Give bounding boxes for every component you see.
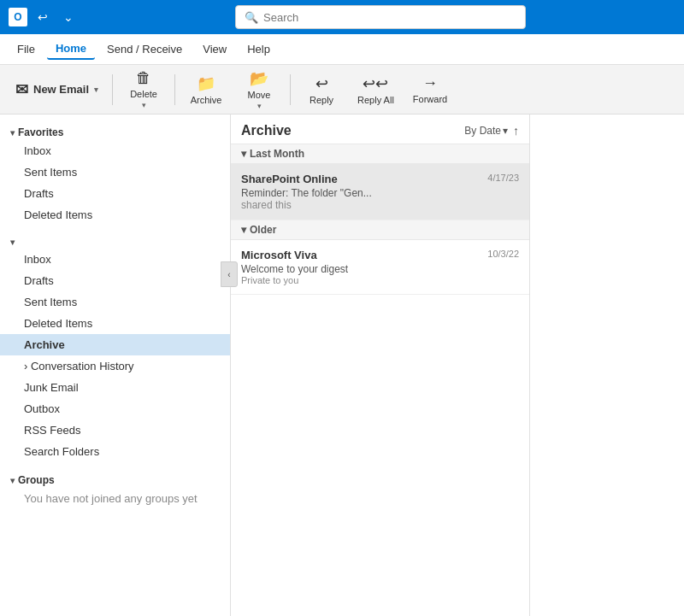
email-item-viva-header: Microsoft Viva 10/3/22 bbox=[241, 249, 519, 261]
top-bar-left: O ↩ ⌄ bbox=[9, 7, 79, 27]
email-item-header: SharePoint Online 4/17/23 bbox=[241, 173, 519, 185]
menu-bar: File Home Send / Receive View Help bbox=[0, 34, 684, 65]
separator-1 bbox=[112, 74, 113, 105]
sidebar-item-drafts-fav[interactable]: Drafts bbox=[0, 183, 230, 204]
sidebar-item-deleted[interactable]: Deleted Items bbox=[0, 313, 230, 334]
separator-3 bbox=[290, 74, 291, 105]
sidebar-item-sent-fav[interactable]: Sent Items bbox=[0, 161, 230, 183]
sidebar-item-junk[interactable]: Junk Email bbox=[0, 377, 230, 398]
groups-section[interactable]: ▾ Groups bbox=[0, 469, 230, 488]
sidebar-item-outbox[interactable]: Outbox bbox=[0, 398, 230, 419]
email-viva-private: Private to you bbox=[241, 275, 519, 285]
section-last-month[interactable]: ▾ Last Month bbox=[231, 144, 529, 164]
undo-button[interactable]: ↩ bbox=[32, 7, 53, 27]
move-dropdown-icon[interactable]: ▾ bbox=[257, 102, 262, 110]
sidebar-collapse-button[interactable]: ‹ bbox=[221, 261, 238, 287]
account-collapse-icon: ▾ bbox=[10, 238, 15, 247]
more-actions-button[interactable]: ⌄ bbox=[58, 7, 79, 27]
section-collapse-icon: ▾ bbox=[241, 148, 246, 160]
new-email-button[interactable]: ✉ New Email ▾ bbox=[7, 68, 107, 111]
menu-home[interactable]: Home bbox=[47, 38, 95, 60]
email-sender: SharePoint Online bbox=[241, 173, 338, 185]
email-preview: shared this bbox=[241, 199, 519, 211]
move-icon: 📂 bbox=[250, 69, 268, 88]
search-bar: 🔍 bbox=[235, 5, 526, 29]
email-list-panel: Archive By Date ▾ ↑ ▾ Last Month SharePo… bbox=[231, 114, 530, 616]
delete-icon: 🗑 bbox=[136, 69, 151, 87]
forward-button[interactable]: → Forward bbox=[404, 68, 456, 111]
archive-icon: 📁 bbox=[197, 74, 215, 93]
expand-icon: › bbox=[24, 360, 27, 373]
email-viva-sender: Microsoft Viva bbox=[241, 249, 317, 261]
delete-dropdown-icon[interactable]: ▾ bbox=[142, 101, 146, 109]
sidebar-item-sent[interactable]: Sent Items bbox=[0, 291, 230, 313]
new-email-dropdown-icon[interactable]: ▾ bbox=[94, 85, 98, 94]
outlook-icon: O bbox=[9, 8, 27, 26]
menu-view[interactable]: View bbox=[194, 39, 235, 59]
filter-dropdown[interactable]: By Date ▾ bbox=[464, 125, 508, 137]
groups-empty-text: You have not joined any groups yet bbox=[0, 488, 230, 509]
sidebar-item-archive[interactable]: Archive bbox=[0, 334, 230, 355]
sidebar-item-search-folders[interactable]: Search Folders bbox=[0, 441, 230, 462]
email-viva-subject: Welcome to your digest bbox=[241, 263, 519, 275]
toolbar: ✉ New Email ▾ 🗑 Delete ▾ 📁 Archive 📂 Mov… bbox=[0, 65, 684, 114]
filter-area: By Date ▾ ↑ bbox=[464, 124, 519, 138]
reading-pane bbox=[530, 114, 684, 616]
sidebar: ▾ Favorites Inbox Sent Items Drafts Dele… bbox=[0, 114, 231, 616]
reply-all-button[interactable]: ↩↩ Reply All bbox=[349, 68, 403, 111]
sort-ascending-button[interactable]: ↑ bbox=[513, 124, 519, 138]
top-bar: O ↩ ⌄ 🔍 bbox=[0, 0, 684, 34]
email-subject: Reminder: The folder "Gen... bbox=[241, 187, 519, 199]
sidebar-item-rss[interactable]: RSS Feeds bbox=[0, 419, 230, 441]
email-item-viva[interactable]: Microsoft Viva 10/3/22 Welcome to your d… bbox=[231, 240, 529, 295]
menu-help[interactable]: Help bbox=[239, 39, 279, 59]
email-list-header: Archive By Date ▾ ↑ bbox=[231, 114, 529, 144]
email-item-sharepoint[interactable]: SharePoint Online 4/17/23 Reminder: The … bbox=[231, 164, 529, 220]
older-collapse-icon: ▾ bbox=[241, 224, 246, 236]
sidebar-item-inbox[interactable]: Inbox bbox=[0, 249, 230, 270]
archive-button[interactable]: 📁 Archive bbox=[180, 68, 232, 111]
favorites-collapse-icon: ▾ bbox=[10, 128, 15, 138]
section-older[interactable]: ▾ Older bbox=[231, 220, 529, 240]
separator-2 bbox=[174, 74, 175, 105]
main-layout: ▾ Favorites Inbox Sent Items Drafts Dele… bbox=[0, 114, 684, 616]
delete-button[interactable]: 🗑 Delete ▾ bbox=[118, 68, 169, 111]
email-viva-date: 10/3/22 bbox=[487, 249, 519, 259]
favorites-section[interactable]: ▾ Favorites bbox=[0, 121, 230, 140]
forward-icon: → bbox=[422, 74, 438, 92]
sidebar-item-inbox-fav[interactable]: Inbox bbox=[0, 140, 230, 161]
search-icon: 🔍 bbox=[245, 11, 258, 24]
sidebar-item-conversation-history[interactable]: › Conversation History bbox=[0, 355, 230, 377]
menu-file[interactable]: File bbox=[9, 39, 44, 59]
menu-send-receive[interactable]: Send / Receive bbox=[98, 39, 191, 59]
search-input[interactable] bbox=[263, 11, 516, 24]
reply-icon: ↩ bbox=[315, 74, 328, 93]
account-section[interactable]: ▾ bbox=[0, 232, 230, 249]
move-button[interactable]: 📂 Move ▾ bbox=[233, 68, 285, 111]
reply-button[interactable]: ↩ Reply bbox=[296, 68, 347, 111]
reply-all-icon: ↩↩ bbox=[363, 74, 388, 93]
groups-collapse-icon: ▾ bbox=[10, 476, 15, 485]
filter-dropdown-icon: ▾ bbox=[503, 125, 508, 137]
sidebar-item-deleted-fav[interactable]: Deleted Items bbox=[0, 204, 230, 226]
email-date: 4/17/23 bbox=[487, 173, 519, 183]
new-email-icon: ✉ bbox=[15, 80, 28, 99]
email-list-title: Archive bbox=[241, 123, 292, 138]
sidebar-item-drafts[interactable]: Drafts bbox=[0, 270, 230, 291]
